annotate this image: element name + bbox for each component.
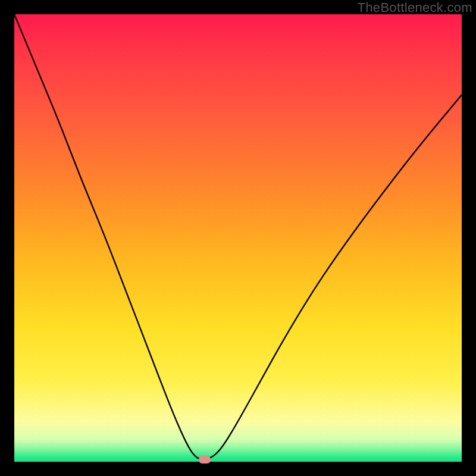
minimum-marker <box>199 456 211 464</box>
chart-frame: TheBottleneck.com <box>0 0 476 476</box>
watermark-text: TheBottleneck.com <box>358 0 472 15</box>
plot-area <box>14 14 462 462</box>
curve-svg <box>14 14 462 462</box>
bottleneck-curve <box>14 14 462 459</box>
